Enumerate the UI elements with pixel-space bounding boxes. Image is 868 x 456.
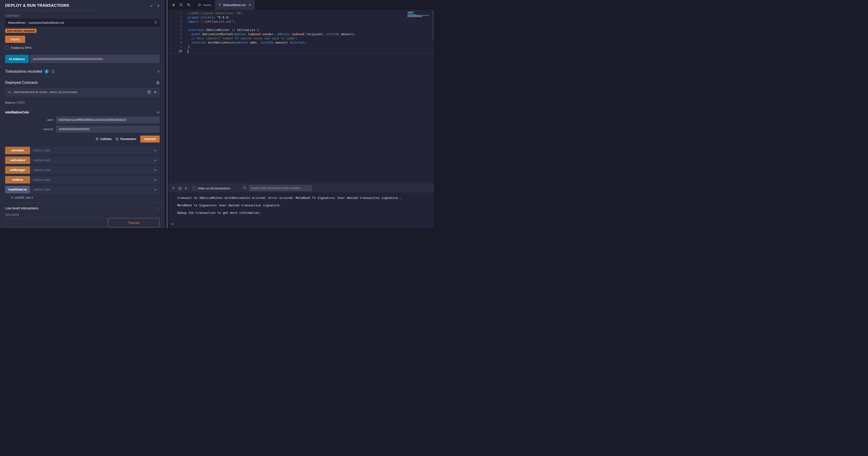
line-number: 4 [168, 24, 182, 28]
calldata-label: Calldata [100, 137, 112, 141]
minimap-line [407, 13, 413, 13]
terminal-search-input[interactable] [249, 185, 312, 191]
instance-balance: Balance: 0 ETH [5, 101, 160, 104]
code-text: //SPDX-License-Identifier: MIT [182, 11, 243, 16]
addr-input[interactable] [56, 116, 160, 123]
editor-tabbar: Home INativeMinter.sol [168, 0, 434, 10]
collapse-terminal-icon[interactable] [172, 187, 175, 190]
low-level-row: Transact [5, 218, 160, 227]
setManager-input[interactable] [30, 168, 154, 172]
code-line[interactable]: 5interface INativeMinter is IAllowList { [168, 28, 434, 32]
code-line[interactable]: 2pragma solidity ^0.8.0; [168, 16, 434, 20]
code-text [182, 49, 188, 53]
chevron-right-icon[interactable] [157, 70, 160, 73]
panel-title: DEPLOY & RUN TRANSACTIONS [5, 3, 69, 8]
terminal-search [243, 185, 312, 191]
chevron-up-icon[interactable] [157, 111, 160, 113]
info-icon[interactable] [156, 206, 160, 210]
calldata-section-label: CALLDATA [5, 213, 160, 216]
code-line[interactable]: 1//SPDX-License-Identifier: MIT [168, 11, 434, 16]
cursor-caret [188, 50, 188, 53]
deploy-button[interactable]: Deploy [5, 36, 25, 43]
code-line[interactable]: 3import "./IAllowList.sol"; [168, 20, 434, 24]
zoom-out-icon[interactable] [179, 3, 183, 7]
check-icon[interactable] [149, 4, 153, 8]
chevron-down-icon[interactable] [154, 169, 160, 171]
copy-icon[interactable] [148, 90, 151, 94]
tab-inativeminter-sol[interactable]: INativeMinter.sol [215, 0, 255, 10]
code-text [182, 24, 188, 28]
line-number: 1 [168, 11, 182, 16]
trash-icon[interactable] [156, 81, 160, 85]
setNone-input[interactable] [30, 178, 154, 181]
at-address-button[interactable]: At Address [5, 55, 29, 63]
terminal-log-line[interactable]: MetaMask Tx Signature: User denied trans… [177, 203, 429, 207]
listen-transactions-checkbox[interactable] [193, 187, 196, 190]
code-line[interactable]: 8 function mintNativeCoin(address addr, … [168, 40, 434, 45]
panel-resize-handle[interactable] [165, 0, 168, 228]
parameters-button[interactable]: Parameters [116, 137, 136, 141]
low-level-transact-button[interactable]: Transact [108, 218, 160, 227]
minimap-line [407, 16, 422, 16]
readAllowList-button[interactable]: readAllowList [5, 186, 30, 193]
code-line[interactable]: 6 event NativeCoinMinted(address indexed… [168, 32, 434, 36]
chevron-down-icon[interactable] [8, 91, 11, 93]
resize-handle-bar[interactable] [167, 0, 167, 228]
terminal-prompt[interactable]: > [168, 222, 434, 228]
amount-input[interactable] [56, 126, 160, 133]
terminal-log-line[interactable]: transact to INativeMinter.mintNativeCoin… [177, 196, 429, 200]
info-icon[interactable] [51, 69, 55, 74]
code-line[interactable]: 9} [168, 45, 434, 49]
contract-select-value: INativeMinter - contracts/INativeMinter.… [8, 21, 64, 25]
low-level-calldata-input[interactable] [5, 218, 107, 227]
at-address-input[interactable] [30, 55, 160, 63]
minimap-line [407, 15, 429, 16]
main-area: Home INativeMinter.sol 1//SPDX-License-I… [168, 0, 434, 228]
select-caret-icon [155, 21, 157, 25]
setAdmin-input[interactable] [30, 149, 154, 152]
code-line[interactable]: 4 [168, 24, 434, 28]
tab-home[interactable]: Home [194, 0, 215, 10]
calldata-button[interactable]: Calldata [96, 137, 112, 141]
code-text: function mintNativeCoin(address addr, ui… [182, 40, 306, 45]
setEnabled-input[interactable] [30, 159, 154, 162]
param-label: addr: [5, 118, 56, 121]
code-line[interactable]: 7 // Mint [amount] number of native coin… [168, 36, 434, 40]
transactions-recorded-row[interactable]: Transactions recorded 2 [0, 66, 165, 77]
setNone-button[interactable]: setNone [5, 176, 30, 183]
chevron-down-icon[interactable] [154, 189, 160, 191]
code-editor[interactable]: 1//SPDX-License-Identifier: MIT2pragma s… [168, 10, 434, 184]
chevron-down-icon[interactable] [154, 149, 160, 152]
function-row-setAdmin: setAdmin [5, 147, 160, 154]
transact-button[interactable]: transact [140, 136, 160, 143]
contract-select[interactable]: INativeMinter - contracts/INativeMinter.… [5, 19, 160, 27]
zoom-in-icon[interactable] [187, 3, 191, 7]
at-address-row: At Address [5, 55, 160, 63]
run-script-icon[interactable] [172, 3, 176, 7]
close-icon[interactable] [154, 91, 157, 94]
minimap[interactable] [407, 12, 431, 19]
clear-console-icon[interactable] [178, 187, 182, 190]
setManager-button[interactable]: setManager [5, 166, 30, 174]
chevron-down-icon[interactable] [154, 159, 160, 162]
setAdmin-button[interactable]: setAdmin [5, 147, 30, 154]
editor-scrollbar[interactable] [432, 10, 434, 40]
minimap-line [407, 12, 414, 12]
panel-header: DEPLOY & RUN TRANSACTIONS [0, 0, 165, 11]
function-list: setAdminsetEnabledsetManagersetNonereadA… [5, 147, 160, 193]
readAllowList-input[interactable] [30, 188, 154, 191]
line-number: 8 [168, 40, 182, 45]
chevron-down-icon[interactable] [154, 179, 160, 181]
evm-version-badge: evm version: shanghai [5, 29, 36, 33]
code-line[interactable]: 10 [168, 49, 434, 53]
tab-close-icon[interactable] [249, 4, 251, 6]
terminal-log-line[interactable]: Debug the transaction to get more inform… [177, 211, 429, 215]
setEnabled-button[interactable]: setEnabled [5, 156, 30, 164]
contract-instance-header[interactable]: INATIVEMINTER AT 0X020...00001 (BLOCKCHA… [5, 88, 160, 96]
code-text: interface INativeMinter is IAllowList { [182, 28, 259, 32]
publish-ipfs-checkbox[interactable] [5, 46, 9, 50]
expanded-function-header[interactable]: mintNativeCoin [5, 110, 160, 114]
chevron-right-icon[interactable] [157, 4, 160, 7]
line-number: 5 [168, 28, 182, 32]
low-level-title: Low level interactions [5, 206, 38, 210]
